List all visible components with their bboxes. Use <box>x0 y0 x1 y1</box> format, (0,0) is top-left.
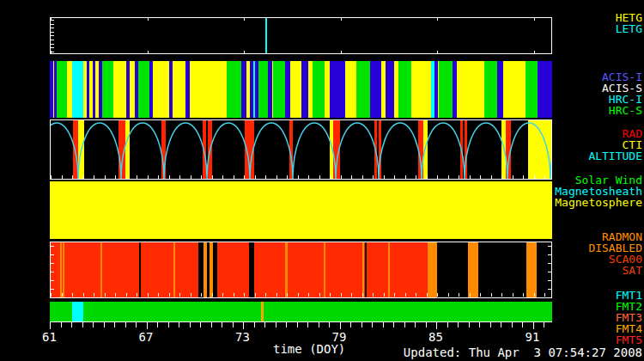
radmon-segment <box>100 242 102 297</box>
instruments-segment <box>386 61 394 118</box>
grating-event-line <box>265 18 267 53</box>
axis-minor-tick <box>125 322 126 327</box>
altitude-minor-tick <box>351 175 352 179</box>
altitude-minor-tick <box>234 175 234 179</box>
updated-timestamp: Updated: Thu Apr 3 07:54:27 2008 <box>404 346 642 358</box>
altitude-minor-tick <box>115 175 116 179</box>
axis-tick-label: 91 <box>526 331 540 343</box>
axis-minor-tick <box>501 322 501 327</box>
radmon-segment <box>285 242 288 297</box>
gratings-x-tick <box>341 18 342 21</box>
instruments-segment <box>99 61 102 118</box>
instruments-segment <box>484 61 497 118</box>
radmon-minor-tick <box>544 293 545 297</box>
axis-major-tick <box>50 322 51 329</box>
instruments-segment <box>434 61 438 118</box>
right-label-column: HETGLETGACIS-IACIS-SHRC-IHRC-SRADCTIALTI… <box>554 0 644 361</box>
axis-minor-tick <box>71 322 72 327</box>
altitude-minor-tick <box>534 175 535 179</box>
altitude-minor-tick <box>362 175 363 179</box>
axis-major-tick <box>533 322 534 329</box>
altitude-minor-tick <box>94 175 94 179</box>
axis-minor-tick <box>307 322 308 327</box>
altitude-minor-tick <box>341 175 342 179</box>
legend-label-fmt5: FMT5 <box>616 334 642 346</box>
altitude-minor-tick <box>427 175 428 179</box>
instruments-segment <box>301 61 308 118</box>
radmon-minor-tick <box>470 293 471 297</box>
radmon-minor-tick <box>255 293 256 297</box>
radmon-minor-tick <box>83 293 84 297</box>
axis-minor-tick <box>372 322 373 327</box>
axis-minor-tick <box>93 322 94 327</box>
radmon-segment <box>173 242 175 297</box>
radmon-minor-tick <box>459 293 459 297</box>
axis-minor-tick <box>179 322 179 327</box>
radmon-minor-tick <box>341 293 342 297</box>
axis-minor-tick <box>211 322 212 327</box>
radmon-minor-tick <box>169 293 170 297</box>
radmon-minor-tick <box>234 293 234 297</box>
radmon-segment <box>213 242 217 297</box>
radmon-segment <box>249 242 254 297</box>
altitude-minor-tick <box>319 175 320 179</box>
radmon-y-tick <box>548 280 551 281</box>
band-instruments <box>50 61 552 118</box>
axis-minor-tick <box>426 322 427 327</box>
radmon-minor-tick <box>416 293 416 297</box>
altitude-minor-tick <box>384 175 385 179</box>
axis-minor-tick <box>276 322 276 327</box>
altitude-minor-tick <box>501 175 502 179</box>
instruments-segment <box>453 61 457 118</box>
radmon-minor-tick <box>298 293 299 297</box>
axis-minor-tick <box>286 322 287 327</box>
radmon-segment <box>139 242 141 297</box>
altitude-minor-tick <box>437 175 438 179</box>
instruments-segment <box>50 61 53 118</box>
telemetry-format-segment <box>72 302 83 321</box>
altitude-minor-tick <box>491 175 492 179</box>
gratings-y-tick <box>51 44 54 45</box>
radmon-y-tick <box>51 246 54 247</box>
altitude-minor-tick <box>158 175 159 179</box>
radmon-y-tick <box>51 289 54 290</box>
instruments-segment <box>57 61 67 118</box>
instruments-segment <box>370 61 381 118</box>
gratings-y-tick <box>51 40 54 40</box>
axis-tick-label: 73 <box>235 331 250 343</box>
axis-minor-tick <box>490 322 491 327</box>
axis-minor-tick <box>350 322 351 327</box>
altitude-minor-tick <box>330 175 331 179</box>
radmon-minor-tick <box>319 293 320 297</box>
axis-minor-tick <box>254 322 255 327</box>
altitude-minor-tick <box>51 175 52 179</box>
axis-minor-tick <box>297 322 298 327</box>
axis-minor-tick <box>200 322 201 327</box>
radmon-minor-tick <box>51 293 52 297</box>
instruments-segment <box>72 61 83 118</box>
radmon-minor-tick <box>244 293 245 297</box>
altitude-minor-tick <box>137 175 137 179</box>
gratings-y-tick <box>51 28 54 28</box>
radmon-minor-tick <box>513 293 513 297</box>
instruments-segment <box>268 61 272 118</box>
altitude-minor-tick <box>244 175 245 179</box>
instruments-segment <box>497 61 503 118</box>
axis-minor-tick <box>222 322 222 327</box>
instruments-segment <box>149 61 153 118</box>
axis-minor-tick <box>512 322 513 327</box>
altitude-minor-tick <box>405 175 406 179</box>
radmon-minor-tick <box>405 293 406 297</box>
instruments-segment <box>185 61 190 118</box>
radmon-segment <box>478 242 526 297</box>
axis-minor-tick <box>136 322 137 327</box>
altitude-minor-tick <box>105 175 106 179</box>
radmon-minor-tick <box>191 293 191 297</box>
gratings-x-tick <box>437 18 438 21</box>
radmon-segment <box>204 242 207 297</box>
instruments-segment <box>273 61 285 118</box>
instruments-segment <box>439 61 453 118</box>
axis-minor-tick <box>82 322 83 327</box>
radmon-y-tick <box>548 272 551 272</box>
altitude-minor-tick <box>62 175 63 179</box>
